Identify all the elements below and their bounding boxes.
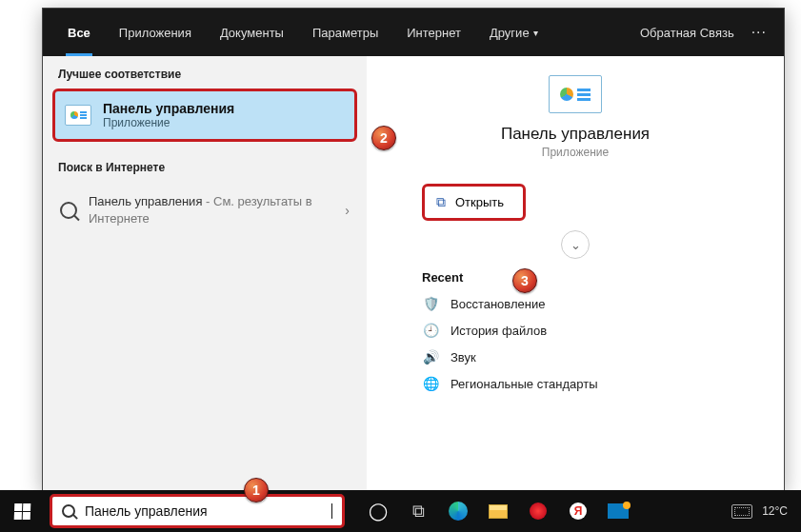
annotation-badge-2: 2 — [371, 126, 396, 150]
search-input[interactable] — [83, 502, 324, 520]
web-result-main: Панель управления — [89, 194, 202, 208]
preview-title: Панель управления — [405, 125, 746, 144]
edge-icon[interactable] — [438, 490, 478, 532]
recent-item-regional[interactable]: 🌐 Региональные стандарты — [405, 370, 746, 397]
best-match-title: Панель управления — [103, 101, 234, 116]
preview-panel: Панель управления Приложение ⧉ Открыть ⌄… — [367, 56, 784, 490]
control-panel-icon — [65, 105, 91, 126]
open-button[interactable]: ⧉ Открыть — [422, 184, 526, 221]
taskbar-search[interactable] — [50, 494, 345, 528]
tab-all[interactable]: Все — [54, 9, 104, 56]
tab-internet[interactable]: Интернет — [393, 9, 474, 56]
web-search-label: Поиск в Интернете — [43, 149, 367, 180]
feedback-link[interactable]: Обратная Связь — [631, 26, 744, 40]
file-explorer-icon[interactable] — [478, 490, 518, 532]
yandex-icon[interactable]: Я — [558, 490, 598, 532]
results-panel: Лучшее соответствие Панель управления Пр… — [43, 56, 367, 490]
expand-button[interactable]: ⌄ — [561, 230, 590, 259]
tab-apps[interactable]: Приложения — [106, 9, 205, 56]
best-match-label: Лучшее соответствие — [43, 56, 367, 87]
recent-item-file-history[interactable]: 🕘 История файлов — [405, 317, 746, 344]
globe-icon: 🌐 — [422, 375, 439, 392]
search-icon — [62, 504, 75, 518]
open-label: Открыть — [455, 195, 504, 209]
search-window: Все Приложения Документы Параметры Интер… — [42, 8, 785, 491]
text-caret — [331, 503, 332, 519]
windows-logo-icon — [13, 503, 30, 520]
recent-item-sound[interactable]: 🔊 Звук — [405, 344, 746, 370]
task-view-icon[interactable]: ⧉ — [398, 490, 438, 532]
tab-docs[interactable]: Документы — [207, 9, 297, 56]
tab-more[interactable]: Другие▾ — [476, 9, 551, 56]
weather-widget[interactable]: 12°C — [762, 504, 788, 518]
best-match-result[interactable]: Панель управления Приложение — [52, 89, 357, 142]
start-button[interactable] — [0, 490, 44, 532]
search-icon — [60, 202, 77, 219]
open-icon: ⧉ — [436, 194, 446, 210]
preview-subtitle: Приложение — [405, 146, 746, 159]
best-match-subtitle: Приложение — [103, 116, 234, 129]
control-panel-icon — [549, 75, 602, 113]
web-search-result[interactable]: Панель управления - См. результаты в Инт… — [52, 184, 357, 237]
more-options-button[interactable]: ··· — [746, 24, 772, 41]
annotation-badge-3: 3 — [512, 268, 537, 293]
taskbar: ◯ ⧉ Я 12°C — [0, 490, 801, 532]
taskbar-apps: ◯ ⧉ Я — [358, 490, 638, 532]
touch-keyboard-icon[interactable] — [731, 504, 752, 519]
recent-label: Recent — [422, 270, 729, 285]
filter-tabs: Все Приложения Документы Параметры Интер… — [43, 9, 784, 56]
tab-settings[interactable]: Параметры — [299, 9, 391, 56]
recent-item-recovery[interactable]: 🛡️ Восстановление — [405, 290, 746, 317]
opera-icon[interactable] — [518, 490, 558, 532]
sound-icon: 🔊 — [422, 348, 439, 365]
chevron-down-icon: ▾ — [533, 28, 538, 38]
file-history-icon: 🕘 — [422, 322, 439, 339]
chevron-right-icon: › — [345, 203, 350, 218]
annotation-badge-1: 1 — [244, 478, 269, 502]
cortana-icon[interactable]: ◯ — [358, 490, 398, 532]
taskbar-tray: 12°C — [718, 504, 801, 519]
recovery-icon: 🛡️ — [422, 295, 439, 312]
mail-icon[interactable] — [598, 490, 638, 532]
